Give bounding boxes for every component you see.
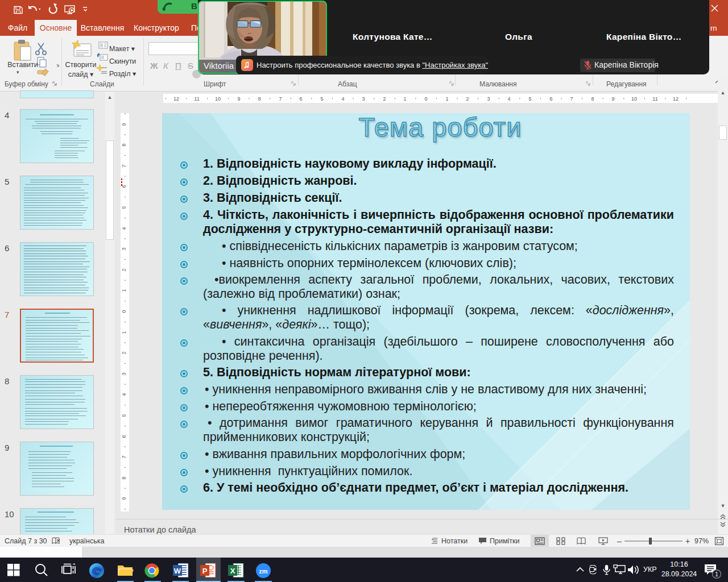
svg-text:11: 11 [194, 96, 199, 102]
svg-text:1: 1 [121, 331, 127, 334]
svg-text:4: 4 [121, 393, 127, 396]
svg-text:12: 12 [173, 96, 179, 102]
svg-text:11: 11 [652, 96, 657, 102]
svg-text:W: W [174, 567, 181, 575]
svg-text:3: 3 [362, 96, 365, 102]
svg-text:2: 2 [121, 351, 127, 354]
svg-text:0: 0 [121, 310, 127, 313]
svg-text:9: 9 [611, 96, 614, 102]
svg-text:10: 10 [631, 96, 637, 102]
svg-text:3: 3 [487, 96, 490, 102]
svg-text:4: 4 [507, 96, 510, 102]
svg-text:X: X [230, 567, 235, 575]
svg-text:9: 9 [121, 497, 127, 500]
svg-text:5: 5 [528, 96, 531, 102]
svg-text:4: 4 [121, 227, 127, 230]
svg-text:6: 6 [121, 435, 127, 438]
svg-text:12: 12 [673, 96, 679, 102]
svg-text:7: 7 [570, 96, 573, 102]
svg-text:5: 5 [121, 206, 127, 209]
svg-text:9: 9 [121, 123, 127, 126]
svg-text:1: 1 [403, 96, 406, 102]
svg-text:2: 2 [383, 96, 386, 102]
svg-text:1: 1 [715, 571, 718, 577]
svg-text:6: 6 [299, 96, 302, 102]
svg-text:3: 3 [121, 372, 127, 375]
svg-text:8: 8 [121, 476, 127, 479]
svg-text:7: 7 [279, 96, 282, 102]
svg-text:1: 1 [445, 96, 448, 102]
svg-text:6: 6 [549, 96, 552, 102]
svg-text:4: 4 [341, 96, 344, 102]
svg-text:7: 7 [121, 455, 127, 458]
svg-text:5: 5 [121, 414, 127, 417]
svg-text:0: 0 [424, 96, 427, 102]
svg-text:zm: zm [259, 568, 268, 575]
svg-text:P: P [202, 567, 208, 575]
svg-text:9: 9 [237, 96, 240, 102]
svg-text:10: 10 [215, 96, 221, 102]
svg-text:3: 3 [121, 247, 127, 250]
svg-text:2: 2 [121, 268, 127, 271]
svg-text:1: 1 [121, 289, 127, 292]
svg-text:8: 8 [258, 96, 260, 102]
svg-text:7: 7 [121, 164, 127, 167]
svg-text:8: 8 [121, 143, 127, 146]
svg-text:8: 8 [591, 96, 594, 102]
svg-text:5: 5 [320, 96, 323, 102]
svg-text:2: 2 [466, 96, 469, 102]
